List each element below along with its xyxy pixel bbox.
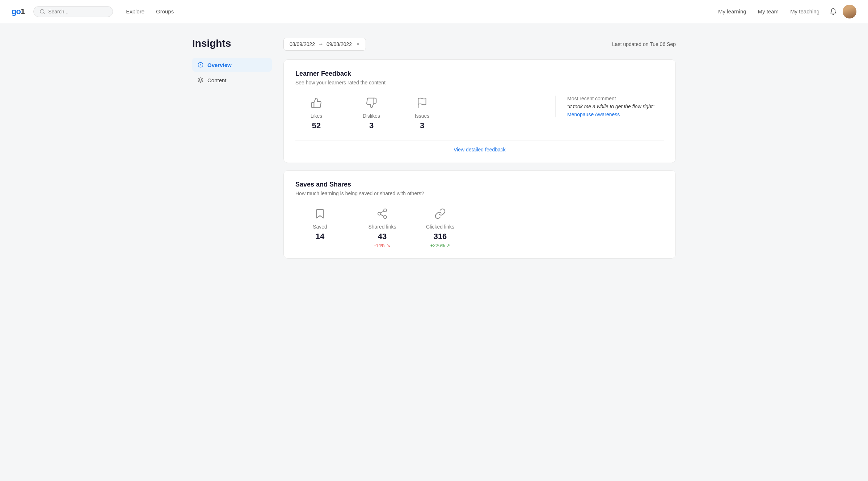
dislikes-label: Dislikes — [363, 113, 380, 119]
svg-line-1 — [43, 13, 45, 14]
date-clear-button[interactable]: × — [356, 41, 359, 47]
date-bar: 08/09/2022 → 09/08/2022 × Last updated o… — [283, 38, 676, 51]
svg-point-8 — [378, 212, 381, 215]
issues-metric: Issues 3 — [397, 96, 447, 130]
saved-label: Saved — [313, 224, 327, 230]
my-team-link[interactable]: My team — [754, 6, 783, 17]
dislikes-value: 3 — [369, 121, 374, 130]
date-end: 09/08/2022 — [326, 41, 352, 47]
flag-icon — [415, 96, 429, 110]
last-updated-text: Last updated on Tue 06 Sep — [612, 41, 676, 47]
page-title: Insights — [192, 38, 272, 49]
recent-comment-text: “It took me a while to get the flow righ… — [567, 104, 664, 109]
content-icon — [197, 77, 204, 83]
shared-links-label: Shared links — [368, 224, 396, 230]
logo[interactable]: go1 — [12, 7, 25, 16]
clicked-links-value: 316 — [434, 232, 447, 241]
sidebar-content-label: Content — [207, 77, 227, 83]
date-range-picker[interactable]: 08/09/2022 → 09/08/2022 × — [283, 38, 366, 51]
shared-links-change: -14% ↘ — [374, 243, 390, 248]
saved-value: 14 — [316, 232, 324, 241]
sidebar-item-content[interactable]: Content — [192, 73, 272, 87]
share-icon — [375, 206, 389, 221]
svg-line-11 — [380, 211, 384, 213]
dislikes-metric: Dislikes 3 — [346, 96, 397, 130]
clicked-links-label: Clicked links — [426, 224, 454, 230]
overview-icon — [197, 62, 204, 68]
saves-shares-subtitle: How much learning is being saved or shar… — [295, 191, 664, 196]
my-teaching-link[interactable]: My teaching — [786, 6, 824, 17]
learner-feedback-subtitle: See how your learners rated the content — [295, 80, 664, 85]
date-start: 08/09/2022 — [290, 41, 315, 47]
saves-shares-title: Saves and Shares — [295, 181, 664, 188]
saved-metric: Saved 14 — [295, 206, 353, 243]
thumbs-down-icon — [364, 96, 379, 110]
trend-down-icon: ↘ — [387, 243, 390, 248]
issues-value: 3 — [420, 121, 424, 130]
thumbs-up-icon — [309, 96, 324, 110]
page-container: Insights Overview Content — [181, 23, 687, 280]
saves-metrics-row: Saved 14 Shared li — [295, 206, 664, 248]
explore-link[interactable]: Explore — [122, 6, 149, 17]
saves-shares-card: Saves and Shares How much learning is be… — [283, 170, 676, 259]
sidebar: Insights Overview Content — [192, 38, 272, 266]
svg-line-10 — [380, 214, 384, 216]
search-icon — [39, 9, 45, 14]
likes-value: 52 — [312, 121, 321, 130]
learner-feedback-title: Learner Feedback — [295, 70, 664, 78]
my-learning-link[interactable]: My learning — [714, 6, 751, 17]
navbar-right: My learning My team My teaching — [714, 5, 856, 18]
search-bar[interactable] — [33, 6, 113, 17]
notification-button[interactable] — [827, 5, 840, 18]
view-feedback-row: View detailed feedback — [295, 141, 664, 152]
likes-label: Likes — [311, 113, 323, 119]
bell-icon — [830, 8, 837, 15]
sidebar-overview-label: Overview — [207, 62, 232, 68]
groups-link[interactable]: Groups — [152, 6, 178, 17]
navbar: go1 Explore Groups My learning My team M… — [0, 0, 868, 23]
recent-comment-title: Most recent comment — [567, 96, 664, 101]
bookmark-icon — [313, 206, 327, 221]
view-detailed-feedback-link[interactable]: View detailed feedback — [454, 147, 506, 152]
svg-point-9 — [384, 216, 387, 218]
shared-links-value: 43 — [378, 232, 387, 241]
recent-comment-section: Most recent comment “It took me a while … — [555, 96, 664, 117]
clicked-links-metric: Clicked links 316 +226% ↗ — [411, 206, 469, 248]
issues-label: Issues — [415, 113, 429, 119]
learner-feedback-card: Learner Feedback See how your learners r… — [283, 59, 676, 163]
svg-marker-5 — [198, 78, 203, 80]
shared-links-metric: Shared links 43 -14% ↘ — [353, 206, 411, 248]
likes-metric: Likes 52 — [295, 96, 346, 130]
link-icon — [433, 206, 447, 221]
svg-point-7 — [384, 209, 387, 212]
trend-up-icon: ↗ — [446, 243, 450, 248]
recent-comment-source-link[interactable]: Menopause Awareness — [567, 112, 664, 117]
date-arrow-icon: → — [318, 41, 324, 47]
clicked-links-change: +226% ↗ — [430, 243, 450, 248]
nav-links: Explore Groups — [122, 6, 178, 17]
feedback-metrics-row: Likes 52 Dislikes 3 — [295, 96, 664, 130]
sidebar-item-overview[interactable]: Overview — [192, 58, 272, 72]
main-content: 08/09/2022 → 09/08/2022 × Last updated o… — [283, 38, 676, 266]
search-input[interactable] — [48, 9, 107, 14]
avatar[interactable] — [843, 5, 856, 18]
